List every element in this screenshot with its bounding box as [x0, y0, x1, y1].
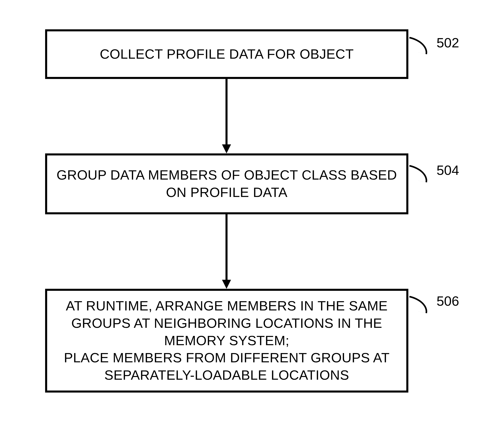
label-504: 504 [437, 162, 459, 178]
box-2-text: GROUP DATA MEMBERS OF OBJECT CLASS BASED… [56, 167, 397, 201]
arrow-1 [222, 79, 231, 153]
arrow-2 [222, 214, 231, 289]
svg-marker-3 [222, 280, 231, 289]
label-connector-506 [407, 296, 430, 313]
svg-marker-1 [222, 144, 231, 153]
box-3-text: AT RUNTIME, ARRANGE MEMBERS IN THE SAME … [64, 297, 390, 384]
label-connector-502 [407, 37, 430, 54]
box-arrange-members: AT RUNTIME, ARRANGE MEMBERS IN THE SAME … [45, 289, 408, 393]
flowchart: COLLECT PROFILE DATA FOR OBJECT 502 GROU… [0, 0, 504, 430]
label-502: 502 [437, 35, 459, 51]
label-connector-504 [407, 165, 430, 182]
box-1-text: COLLECT PROFILE DATA FOR OBJECT [100, 45, 354, 63]
label-506: 506 [437, 293, 459, 309]
box-group-data-members: GROUP DATA MEMBERS OF OBJECT CLASS BASED… [45, 153, 408, 214]
box-collect-profile-data: COLLECT PROFILE DATA FOR OBJECT [45, 29, 408, 79]
